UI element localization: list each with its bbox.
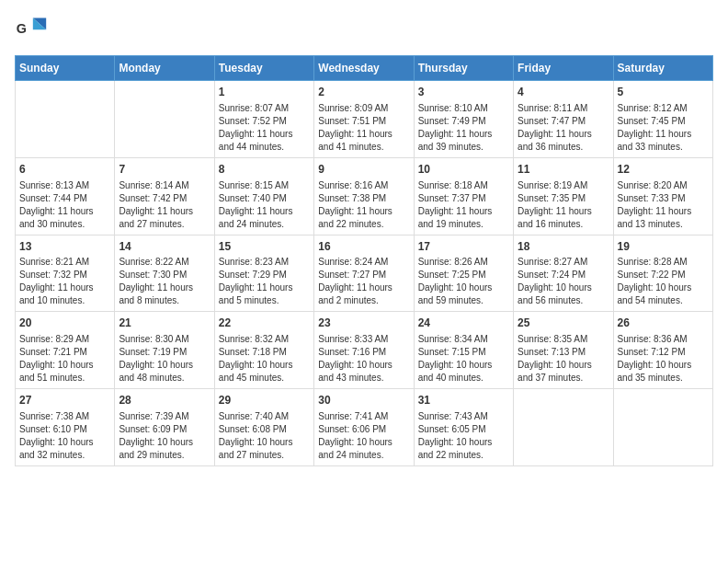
calendar-cell: 5Sunrise: 8:12 AM Sunset: 7:45 PM Daylig…	[613, 81, 712, 158]
weekday-header-monday: Monday	[115, 56, 214, 81]
day-info: Sunrise: 8:27 AM Sunset: 7:24 PM Dayligh…	[518, 256, 609, 307]
calendar-cell: 12Sunrise: 8:20 AM Sunset: 7:33 PM Dayli…	[613, 157, 712, 235]
day-number: 20	[19, 316, 110, 331]
calendar-cell: 7Sunrise: 8:14 AM Sunset: 7:42 PM Daylig…	[115, 157, 214, 235]
day-number: 19	[618, 239, 709, 255]
day-info: Sunrise: 7:38 AM Sunset: 6:10 PM Dayligh…	[19, 410, 110, 462]
calendar-cell: 24Sunrise: 8:34 AM Sunset: 7:15 PM Dayli…	[414, 312, 513, 389]
day-number: 25	[518, 316, 609, 331]
day-info: Sunrise: 8:32 AM Sunset: 7:18 PM Dayligh…	[219, 333, 310, 385]
calendar-cell: 4Sunrise: 8:11 AM Sunset: 7:47 PM Daylig…	[514, 81, 613, 158]
day-number: 10	[418, 162, 509, 178]
calendar-cell: 23Sunrise: 8:33 AM Sunset: 7:16 PM Dayli…	[314, 312, 414, 389]
logo-icon: G	[15, 15, 48, 48]
day-number: 28	[119, 393, 210, 408]
day-number: 1	[219, 85, 310, 100]
day-info: Sunrise: 8:23 AM Sunset: 7:29 PM Dayligh…	[219, 256, 310, 307]
weekday-header-tuesday: Tuesday	[214, 56, 313, 81]
calendar-cell: 25Sunrise: 8:35 AM Sunset: 7:13 PM Dayli…	[514, 312, 613, 389]
calendar-week-row: 27Sunrise: 7:38 AM Sunset: 6:10 PM Dayli…	[16, 389, 713, 466]
day-number: 9	[318, 162, 409, 178]
day-number: 7	[119, 162, 210, 178]
day-info: Sunrise: 8:14 AM Sunset: 7:42 PM Dayligh…	[119, 179, 210, 231]
calendar-cell: 1Sunrise: 8:07 AM Sunset: 7:52 PM Daylig…	[214, 81, 313, 158]
day-info: Sunrise: 8:10 AM Sunset: 7:49 PM Dayligh…	[418, 102, 509, 154]
day-number: 18	[518, 239, 609, 255]
day-info: Sunrise: 8:09 AM Sunset: 7:51 PM Dayligh…	[318, 102, 409, 154]
day-info: Sunrise: 8:16 AM Sunset: 7:38 PM Dayligh…	[318, 179, 409, 231]
weekday-header-friday: Friday	[514, 56, 613, 81]
calendar-cell: 27Sunrise: 7:38 AM Sunset: 6:10 PM Dayli…	[16, 389, 115, 466]
day-number: 8	[219, 162, 310, 178]
day-number: 2	[318, 85, 409, 100]
day-info: Sunrise: 8:13 AM Sunset: 7:44 PM Dayligh…	[19, 179, 110, 231]
calendar-table: SundayMondayTuesdayWednesdayThursdayFrid…	[15, 55, 713, 466]
calendar-cell	[613, 389, 712, 466]
day-info: Sunrise: 8:28 AM Sunset: 7:22 PM Dayligh…	[618, 256, 709, 307]
day-info: Sunrise: 8:19 AM Sunset: 7:35 PM Dayligh…	[518, 179, 609, 231]
day-number: 4	[518, 85, 609, 100]
weekday-header-saturday: Saturday	[613, 56, 712, 81]
calendar-cell: 9Sunrise: 8:16 AM Sunset: 7:38 PM Daylig…	[314, 157, 414, 235]
day-info: Sunrise: 8:24 AM Sunset: 7:27 PM Dayligh…	[318, 256, 409, 307]
day-number: 27	[19, 393, 110, 408]
calendar-cell: 21Sunrise: 8:30 AM Sunset: 7:19 PM Dayli…	[115, 312, 214, 389]
calendar-cell: 6Sunrise: 8:13 AM Sunset: 7:44 PM Daylig…	[16, 157, 115, 235]
day-info: Sunrise: 8:18 AM Sunset: 7:37 PM Dayligh…	[418, 179, 509, 231]
day-number: 31	[418, 393, 509, 408]
day-number: 22	[219, 316, 310, 331]
day-number: 26	[618, 316, 709, 331]
calendar-cell: 18Sunrise: 8:27 AM Sunset: 7:24 PM Dayli…	[514, 235, 613, 312]
day-info: Sunrise: 8:12 AM Sunset: 7:45 PM Dayligh…	[618, 102, 709, 154]
day-info: Sunrise: 8:07 AM Sunset: 7:52 PM Dayligh…	[219, 102, 310, 154]
weekday-header-sunday: Sunday	[16, 56, 115, 81]
day-info: Sunrise: 8:36 AM Sunset: 7:12 PM Dayligh…	[618, 333, 709, 385]
calendar-cell: 8Sunrise: 8:15 AM Sunset: 7:40 PM Daylig…	[214, 157, 313, 235]
day-number: 23	[318, 316, 409, 331]
calendar-cell	[514, 389, 613, 466]
day-number: 12	[618, 162, 709, 178]
calendar-week-row: 13Sunrise: 8:21 AM Sunset: 7:32 PM Dayli…	[16, 235, 713, 312]
calendar-cell	[16, 81, 115, 158]
day-info: Sunrise: 8:15 AM Sunset: 7:40 PM Dayligh…	[219, 179, 310, 231]
calendar-header: SundayMondayTuesdayWednesdayThursdayFrid…	[16, 56, 713, 81]
day-number: 21	[119, 316, 210, 331]
calendar-cell: 29Sunrise: 7:40 AM Sunset: 6:08 PM Dayli…	[214, 389, 313, 466]
calendar-cell: 2Sunrise: 8:09 AM Sunset: 7:51 PM Daylig…	[314, 81, 414, 158]
day-info: Sunrise: 8:22 AM Sunset: 7:30 PM Dayligh…	[119, 256, 210, 307]
day-number: 5	[618, 85, 709, 100]
day-info: Sunrise: 8:11 AM Sunset: 7:47 PM Dayligh…	[518, 102, 609, 154]
day-info: Sunrise: 7:41 AM Sunset: 6:06 PM Dayligh…	[318, 410, 409, 462]
calendar-cell: 13Sunrise: 8:21 AM Sunset: 7:32 PM Dayli…	[16, 235, 115, 312]
day-info: Sunrise: 8:30 AM Sunset: 7:19 PM Dayligh…	[119, 333, 210, 385]
day-info: Sunrise: 7:43 AM Sunset: 6:05 PM Dayligh…	[418, 410, 509, 462]
svg-text:G: G	[17, 21, 27, 36]
day-number: 17	[418, 239, 509, 255]
calendar-week-row: 1Sunrise: 8:07 AM Sunset: 7:52 PM Daylig…	[16, 81, 713, 158]
day-info: Sunrise: 8:26 AM Sunset: 7:25 PM Dayligh…	[418, 256, 509, 307]
calendar-cell: 30Sunrise: 7:41 AM Sunset: 6:06 PM Dayli…	[314, 389, 414, 466]
day-number: 30	[318, 393, 409, 408]
day-number: 24	[418, 316, 509, 331]
calendar-cell: 28Sunrise: 7:39 AM Sunset: 6:09 PM Dayli…	[115, 389, 214, 466]
calendar-cell	[115, 81, 214, 158]
calendar-cell: 14Sunrise: 8:22 AM Sunset: 7:30 PM Dayli…	[115, 235, 214, 312]
day-number: 16	[318, 239, 409, 255]
day-info: Sunrise: 8:34 AM Sunset: 7:15 PM Dayligh…	[418, 333, 509, 385]
calendar-cell: 26Sunrise: 8:36 AM Sunset: 7:12 PM Dayli…	[613, 312, 712, 389]
calendar-cell: 16Sunrise: 8:24 AM Sunset: 7:27 PM Dayli…	[314, 235, 414, 312]
day-info: Sunrise: 7:40 AM Sunset: 6:08 PM Dayligh…	[219, 410, 310, 462]
calendar-cell: 19Sunrise: 8:28 AM Sunset: 7:22 PM Dayli…	[613, 235, 712, 312]
weekday-header-row: SundayMondayTuesdayWednesdayThursdayFrid…	[16, 56, 713, 81]
day-info: Sunrise: 8:20 AM Sunset: 7:33 PM Dayligh…	[618, 179, 709, 231]
page-header: G	[15, 15, 713, 48]
day-number: 11	[518, 162, 609, 178]
calendar-cell: 15Sunrise: 8:23 AM Sunset: 7:29 PM Dayli…	[214, 235, 313, 312]
calendar-cell: 17Sunrise: 8:26 AM Sunset: 7:25 PM Dayli…	[414, 235, 513, 312]
calendar-body: 1Sunrise: 8:07 AM Sunset: 7:52 PM Daylig…	[16, 81, 713, 466]
calendar-cell: 3Sunrise: 8:10 AM Sunset: 7:49 PM Daylig…	[414, 81, 513, 158]
day-number: 14	[119, 239, 210, 255]
day-info: Sunrise: 8:35 AM Sunset: 7:13 PM Dayligh…	[518, 333, 609, 385]
day-number: 15	[219, 239, 310, 255]
day-number: 13	[19, 239, 110, 255]
